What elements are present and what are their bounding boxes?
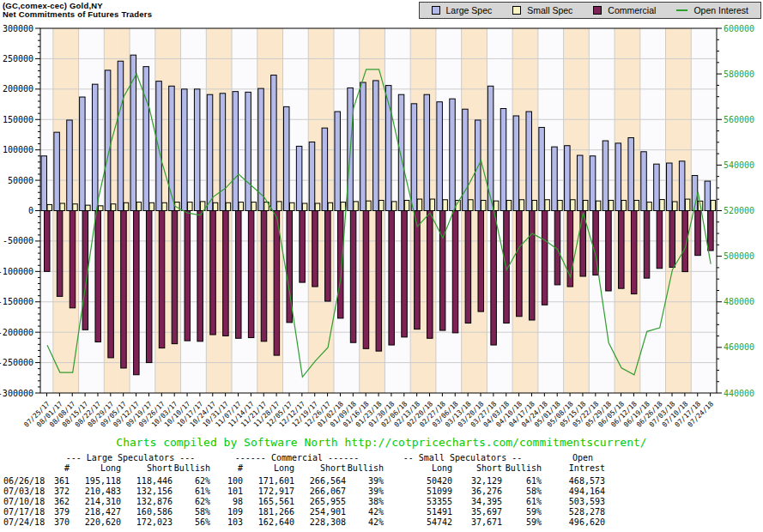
small-spec-bar [571,200,576,211]
row-value: 228,308 [294,517,346,527]
row-value: 42% [346,517,384,527]
row-value: 379 [51,506,70,517]
row-value: 162,640 [243,517,294,527]
right-axis-label: 480000 [724,297,754,306]
large-spec-bar [424,94,430,210]
commercial-bar [631,211,637,294]
right-axis-label: 520000 [724,206,754,215]
right-axis-label: 580000 [724,70,754,79]
small-spec-bar [251,203,257,211]
small-spec-bar [494,201,499,210]
small-spec-bar [519,200,524,211]
row-date: 06/26/18 [3,475,51,486]
large-spec-bar [271,76,277,211]
group-header-spacer [3,452,51,462]
row-value: 468,573 [542,475,605,486]
large-spec-bar [233,92,239,211]
small-spec-bar [506,200,512,210]
large-spec-bar [411,104,417,211]
large-spec-bar [463,109,469,210]
small-spec-bar [226,203,231,210]
cot-futures-chart: 300000250000200000150000100000500000-500… [0,0,763,434]
large-spec-bar [207,94,213,210]
small-spec-bar [213,203,218,210]
small-spec-bar [673,202,678,210]
small-spec-bar [558,200,563,210]
group-header-large-speculators: --- Large Speculators --- [51,452,210,462]
row-value: 171,601 [243,475,294,486]
commercial-bar [427,211,433,339]
group-header-small-speculators: -- Small Speculators -- [384,452,542,462]
large-spec-bar [309,142,315,210]
large-spec-bar [41,156,47,211]
large-spec-bar [628,138,634,211]
large-spec-bar [92,84,98,210]
row-date: 07/03/18 [3,486,51,496]
commercial-bar [491,211,497,346]
left-axis-label: 200000 [3,84,33,94]
large-spec-bar [654,164,660,210]
small-spec-bar [443,200,448,211]
column-header: Intrest [542,462,605,473]
commercial-bar [197,211,203,342]
commercial-bar [300,211,306,283]
row-value: 59% [502,506,542,517]
row-value: 210,483 [70,486,121,496]
large-spec-bar [641,152,647,211]
row-value: 50420 [384,475,452,486]
small-spec-bar [430,199,435,210]
left-axis-label: 50000 [8,176,33,185]
commercial-bar [45,211,51,272]
small-spec-bar [302,203,307,211]
row-value: 172,917 [243,486,294,496]
large-spec-bar [615,143,621,211]
small-spec-bar [391,202,397,211]
commercial-bar [708,211,714,251]
large-spec-bar [54,132,59,210]
commercial-bar [415,211,421,329]
column-header: # [51,462,70,473]
large-spec-bar [245,92,251,210]
cot-summary-table: --- Large Speculators --------- Commerci… [3,452,605,527]
row-value: 254,901 [294,506,346,517]
left-axis-label: -100000 [0,267,33,276]
small-spec-bar [341,203,346,211]
commercial-bar [82,211,88,330]
group-header-open: Open [542,452,605,462]
commercial-bar [210,211,216,336]
row-value: 62% [173,475,210,486]
large-spec-bar [67,120,73,211]
large-spec-bar [603,141,609,210]
row-value: 132,876 [121,496,173,506]
left-axis-label: 0 [28,206,33,215]
commercial-bar [121,211,127,368]
row-value: 101 [210,486,243,496]
large-spec-bar [667,163,673,210]
commercial-bar [108,211,114,358]
small-spec-bar [647,203,652,211]
large-spec-bar [705,181,711,210]
column-header [3,462,51,473]
row-date: 07/24/18 [3,517,51,527]
commercial-bar [337,211,343,318]
row-value: 109 [210,506,243,517]
commercial-bar [517,211,523,317]
small-spec-bar [532,200,537,210]
commercial-bar [452,211,458,333]
small-spec-bar [545,200,550,211]
small-spec-bar [609,200,614,210]
large-spec-bar [296,146,302,210]
small-spec-bar [239,203,244,211]
row-value: 35,697 [452,506,502,517]
row-value: 38% [346,496,384,506]
commercial-bar [325,211,331,302]
commercial-bar [248,211,254,338]
small-spec-bar [404,200,409,210]
large-spec-bar [398,94,404,210]
large-spec-bar [450,99,456,210]
row-value: 181,266 [243,506,294,517]
column-header: Short [121,462,173,473]
row-value: 266,067 [294,486,346,496]
small-spec-bar [366,201,372,210]
large-spec-bar [577,155,583,210]
